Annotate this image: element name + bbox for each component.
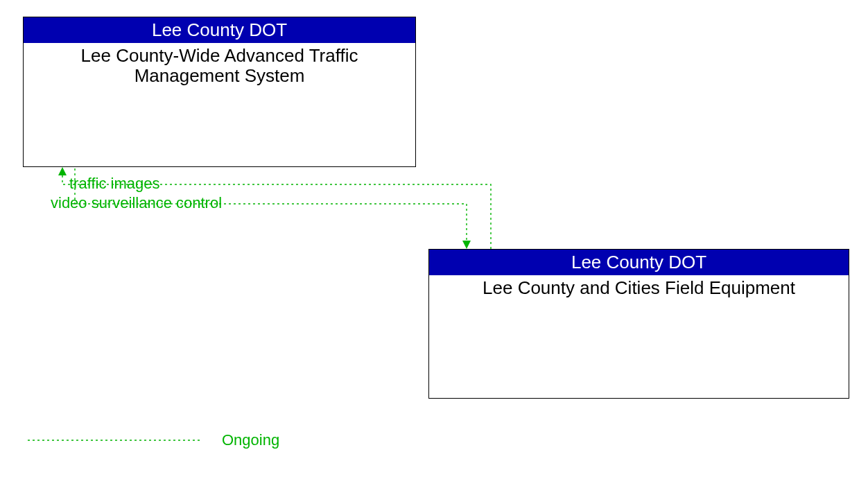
flow-label-video-surveillance-control: video surveillance control [51, 194, 222, 212]
svg-marker-0 [58, 167, 67, 175]
node-field-header: Lee County DOT [429, 250, 849, 275]
node-atms-header: Lee County DOT [24, 17, 415, 43]
node-field-equipment: Lee County DOT Lee County and Cities Fie… [428, 249, 849, 399]
node-atms-body: Lee County-Wide Advanced Traffic Managem… [24, 43, 415, 87]
node-field-body: Lee County and Cities Field Equipment [429, 275, 849, 299]
svg-marker-1 [462, 241, 471, 249]
flow-label-traffic-images: traffic images [69, 175, 159, 193]
legend-status-label: Ongoing [222, 431, 279, 449]
node-atms: Lee County DOT Lee County-Wide Advanced … [23, 17, 416, 167]
